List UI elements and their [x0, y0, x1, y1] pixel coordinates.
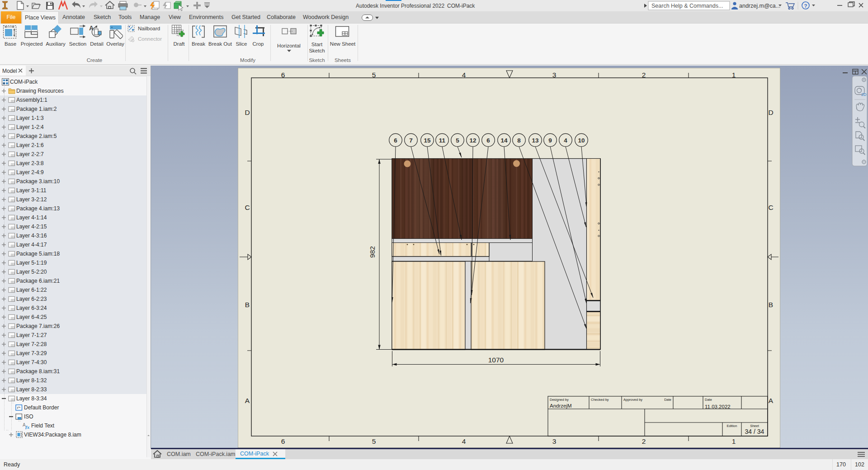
- svg-text:Model: Model: [2, 68, 17, 74]
- svg-text:1070: 1070: [488, 356, 504, 364]
- svg-text:10: 10: [578, 137, 585, 144]
- svg-text:7: 7: [409, 137, 413, 144]
- svg-text:34 / 34: 34 / 34: [745, 428, 764, 435]
- svg-text:Designed by: Designed by: [550, 398, 569, 402]
- svg-text:Package 3.iam:10: Package 3.iam:10: [16, 178, 60, 185]
- svg-text:Layer 1-1:3: Layer 1-1:3: [16, 115, 44, 121]
- svg-text:6: 6: [394, 137, 397, 144]
- svg-text:Layer 7-3:29: Layer 7-3:29: [16, 350, 47, 356]
- svg-text:13: 13: [532, 137, 539, 144]
- svg-text:Layer 1-2:4: Layer 1-2:4: [16, 124, 44, 130]
- svg-text:Layer 5-2:20: Layer 5-2:20: [16, 269, 47, 275]
- svg-text:4: 4: [462, 71, 466, 79]
- svg-text:Layer 5-1:19: Layer 5-1:19: [16, 260, 47, 266]
- svg-text:Layer 6-4:25: Layer 6-4:25: [16, 314, 47, 320]
- svg-text:Drawing Resources: Drawing Resources: [16, 88, 64, 94]
- svg-text:Layer 7-1:27: Layer 7-1:27: [16, 332, 47, 338]
- svg-text:Layer 7-4:30: Layer 7-4:30: [16, 359, 47, 366]
- svg-text:2: 2: [642, 71, 646, 79]
- svg-text:Layer 2-1:6: Layer 2-1:6: [16, 142, 44, 148]
- svg-text:A: A: [89, 24, 94, 32]
- svg-text:Layer 2-3:8: Layer 2-3:8: [16, 160, 44, 166]
- svg-text:8: 8: [517, 137, 521, 144]
- svg-text:Layer 7-2:28: Layer 7-2:28: [16, 341, 47, 347]
- svg-text:6: 6: [281, 71, 285, 79]
- svg-text:5: 5: [372, 437, 376, 445]
- svg-text:Checked by: Checked by: [591, 398, 609, 402]
- svg-text:Search Help & Commands...: Search Help & Commands...: [651, 3, 723, 9]
- svg-text:6: 6: [486, 137, 490, 144]
- svg-text:VIEW34:Package 8.iam: VIEW34:Package 8.iam: [24, 432, 81, 438]
- svg-text:982: 982: [368, 246, 376, 258]
- svg-text:B: B: [769, 301, 773, 309]
- svg-text:Approved by: Approved by: [623, 398, 642, 402]
- svg-text:11.03.2022: 11.03.2022: [705, 404, 731, 409]
- svg-text:C: C: [768, 204, 773, 211]
- svg-text:COM-iPack: COM-iPack: [10, 79, 38, 85]
- svg-text:Layer 4-3:16: Layer 4-3:16: [16, 233, 47, 239]
- svg-text:Layer 3-2:12: Layer 3-2:12: [16, 196, 47, 203]
- svg-text:Layer 6-3:24: Layer 6-3:24: [16, 305, 47, 311]
- svg-text:6: 6: [281, 437, 285, 445]
- svg-text:2: 2: [642, 437, 646, 445]
- svg-text:11: 11: [439, 137, 446, 144]
- svg-text:4: 4: [462, 437, 466, 445]
- svg-text:5: 5: [372, 71, 376, 79]
- svg-text:5: 5: [456, 137, 459, 144]
- svg-text:Package 1.iam:2: Package 1.iam:2: [16, 106, 57, 112]
- svg-text:15: 15: [424, 137, 431, 144]
- svg-text:Layer 8-1:32: Layer 8-1:32: [16, 377, 47, 384]
- svg-text:Edition: Edition: [727, 424, 737, 428]
- svg-text:1: 1: [732, 437, 736, 445]
- svg-text:Package 7.iam:26: Package 7.iam:26: [16, 323, 60, 329]
- svg-text:ISO: ISO: [24, 413, 33, 420]
- svg-text:4: 4: [564, 137, 567, 144]
- svg-text:Layer 8-2:33: Layer 8-2:33: [16, 386, 47, 393]
- svg-text:Default Border: Default Border: [24, 404, 59, 411]
- svg-text:Date: Date: [664, 398, 671, 402]
- svg-text:Layer 8-3:34: Layer 8-3:34: [16, 395, 47, 402]
- svg-text:Layer 2-4:9: Layer 2-4:9: [16, 169, 44, 176]
- svg-text:3: 3: [552, 437, 557, 445]
- svg-text:A: A: [769, 397, 774, 404]
- svg-text:Layer 6-1:22: Layer 6-1:22: [16, 287, 47, 293]
- svg-text:2D: 2D: [861, 92, 867, 97]
- svg-text:9: 9: [548, 137, 552, 144]
- svg-text:Date: Date: [705, 398, 712, 402]
- svg-text:Package 5.iam:18: Package 5.iam:18: [16, 251, 60, 257]
- svg-text:andrzej.m@ca...: andrzej.m@ca...: [739, 3, 780, 9]
- svg-text:Sheet: Sheet: [750, 424, 760, 428]
- svg-text:AndrzejM: AndrzejM: [550, 403, 572, 408]
- svg-text:C: C: [245, 204, 250, 211]
- svg-text:14: 14: [500, 137, 508, 144]
- svg-text:A: A: [245, 397, 250, 404]
- svg-text:Layer 4-1:14: Layer 4-1:14: [16, 214, 47, 221]
- svg-text:Layer 3-1:11: Layer 3-1:11: [16, 187, 47, 194]
- svg-text:1: 1: [732, 71, 736, 79]
- svg-text:Layer 4-2:15: Layer 4-2:15: [16, 223, 47, 230]
- svg-text:Package 2.iam:5: Package 2.iam:5: [16, 133, 57, 139]
- svg-text:Layer 2-2:7: Layer 2-2:7: [16, 151, 44, 157]
- svg-text:B: B: [245, 301, 250, 309]
- svg-text:Layer 4-4:17: Layer 4-4:17: [16, 242, 47, 248]
- svg-text:Package 6.iam:21: Package 6.iam:21: [16, 278, 60, 284]
- svg-text:Package 8.iam:31: Package 8.iam:31: [16, 368, 60, 375]
- svg-text:12: 12: [469, 137, 476, 144]
- svg-text:Package 4.iam:13: Package 4.iam:13: [16, 205, 60, 212]
- svg-text:D: D: [245, 109, 250, 116]
- svg-text:D: D: [768, 109, 773, 116]
- svg-text:3: 3: [552, 71, 557, 79]
- svg-text:?: ?: [804, 3, 807, 9]
- svg-text:Field Text: Field Text: [31, 423, 55, 429]
- svg-text:Assembly1:1: Assembly1:1: [16, 97, 47, 103]
- svg-text:Layer 6-2:23: Layer 6-2:23: [16, 296, 47, 302]
